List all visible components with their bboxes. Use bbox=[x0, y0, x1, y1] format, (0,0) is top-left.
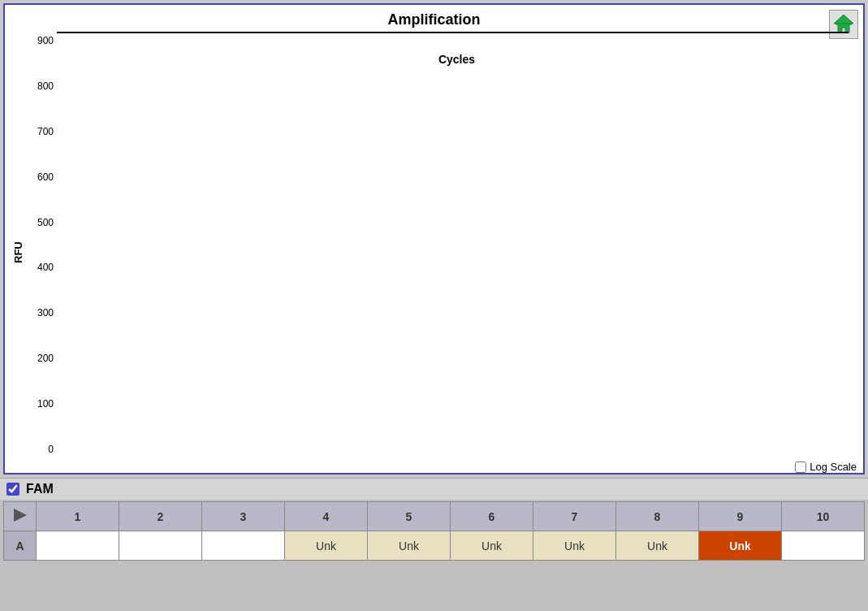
grid-table: 1 2 3 4 5 6 7 8 9 10 A Un bbox=[3, 501, 865, 561]
grid-col-header-5: 5 bbox=[368, 502, 451, 531]
grid-col-header-8: 8 bbox=[616, 502, 699, 531]
grid-row-A: A Unk Unk Unk Unk Unk Unk bbox=[4, 531, 865, 561]
y-axis-ticks: 900 800 700 600 500 400 300 200 100 0 bbox=[26, 32, 57, 473]
grid-cell-A9[interactable]: Unk bbox=[699, 531, 782, 561]
grid-cell-A3[interactable] bbox=[202, 531, 285, 561]
log-scale-checkbox[interactable] bbox=[795, 462, 806, 473]
chart-area: Amplification RFU 900 800 700 600 500 40… bbox=[3, 3, 865, 474]
grid-cell-A6[interactable]: Unk bbox=[451, 531, 533, 561]
grid-col-header-3: 3 bbox=[202, 502, 285, 531]
fam-checkbox[interactable] bbox=[6, 483, 19, 496]
chart-wrapper: RFU 900 800 700 600 500 400 300 200 100 … bbox=[5, 32, 863, 473]
grid-col-header-2: 2 bbox=[119, 502, 202, 531]
grid-header-row: 1 2 3 4 5 6 7 8 9 10 bbox=[4, 502, 865, 531]
svg-marker-1 bbox=[834, 15, 853, 24]
corner-arrow-icon bbox=[12, 507, 28, 523]
y-axis-label: RFU bbox=[10, 32, 26, 473]
fam-label: FAM bbox=[26, 482, 54, 496]
grid-table-container: 1 2 3 4 5 6 7 8 9 10 A Un bbox=[0, 500, 868, 611]
error-message-chinese: A09自动基线设置有问题 bbox=[232, 32, 382, 33]
grid-row-header-A: A bbox=[4, 531, 37, 561]
fam-controls: FAM bbox=[0, 478, 868, 500]
log-scale-label: Log Scale bbox=[810, 461, 857, 473]
grid-corner bbox=[4, 502, 37, 531]
grid-cell-A7[interactable]: Unk bbox=[533, 531, 616, 561]
grid-col-header-10: 10 bbox=[782, 502, 865, 531]
x-axis-title: Cycles bbox=[57, 53, 857, 66]
grid-col-header-9: 9 bbox=[699, 502, 782, 531]
grid-cell-A2[interactable] bbox=[119, 531, 202, 561]
grid-col-header-4: 4 bbox=[285, 502, 368, 531]
grid-cell-A10[interactable] bbox=[782, 531, 865, 561]
log-scale-area: Log Scale bbox=[795, 461, 857, 473]
plot-area: There is a problem with the automatic ba… bbox=[57, 32, 849, 33]
chart-title: Amplification bbox=[5, 5, 863, 32]
grid-cell-A8[interactable]: Unk bbox=[616, 531, 699, 561]
svg-marker-3 bbox=[14, 509, 27, 522]
grid-cell-A5[interactable]: Unk bbox=[368, 531, 451, 561]
grid-col-header-6: 6 bbox=[451, 502, 533, 531]
grid-cell-A1[interactable] bbox=[37, 531, 119, 561]
grid-col-header-1: 1 bbox=[37, 502, 119, 531]
main-container: Amplification RFU 900 800 700 600 500 40… bbox=[0, 0, 868, 611]
grid-cell-A4[interactable]: Unk bbox=[285, 531, 368, 561]
error-message-english: There is a problem with the automatic ba… bbox=[169, 32, 555, 33]
grid-col-header-7: 7 bbox=[533, 502, 616, 531]
